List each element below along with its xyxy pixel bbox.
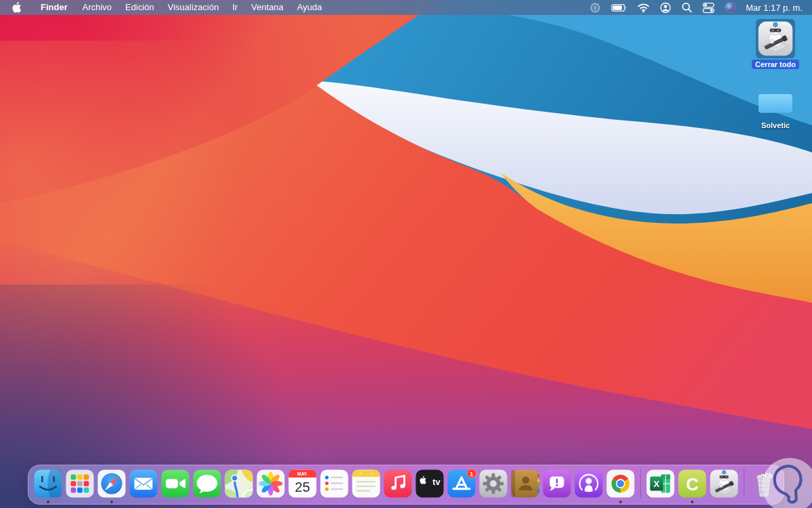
menu-finder[interactable]: Finder bbox=[34, 0, 76, 15]
dock-photos[interactable] bbox=[256, 469, 286, 499]
battery-icon[interactable] bbox=[611, 2, 627, 14]
dock-camtasia[interactable]: C bbox=[677, 469, 707, 499]
dock: MAY. 25 bbox=[28, 465, 784, 505]
app-store-badge: 1 bbox=[470, 471, 473, 478]
menu-ir[interactable]: Ir bbox=[225, 0, 244, 15]
dock-apple-tv[interactable]: tv bbox=[415, 469, 445, 499]
control-center-icon[interactable] bbox=[702, 2, 715, 14]
menu-visualizacion[interactable]: Visualización bbox=[161, 0, 226, 15]
camtasia-letter: C bbox=[686, 475, 699, 494]
big-sur-wallpaper bbox=[0, 0, 812, 508]
dock-chrome[interactable] bbox=[606, 469, 635, 499]
apple-menu-icon[interactable] bbox=[12, 2, 22, 13]
desktop-icon-cerrar-todo[interactable]: Cerrar todo bbox=[750, 19, 801, 69]
dock-launchpad[interactable] bbox=[65, 469, 95, 499]
running-indicator bbox=[110, 501, 113, 503]
running-indicator bbox=[691, 501, 694, 503]
dock-music[interactable] bbox=[383, 469, 413, 499]
automator-app-icon bbox=[756, 19, 795, 58]
desktop-icon-label: Solvetic bbox=[758, 121, 793, 130]
dock-excel[interactable]: X bbox=[646, 469, 675, 499]
dock-maps[interactable] bbox=[224, 469, 254, 499]
excel-letter: X bbox=[654, 479, 660, 489]
menu-archivo[interactable]: Archivo bbox=[76, 0, 118, 15]
desktop-icon-solvetic[interactable]: Solvetic bbox=[750, 80, 801, 130]
dock-podcasts[interactable] bbox=[574, 469, 604, 499]
dock-separator bbox=[744, 469, 744, 499]
dock-finder[interactable] bbox=[33, 469, 63, 499]
dock-automator[interactable] bbox=[709, 469, 739, 499]
wifi-icon[interactable] bbox=[637, 3, 650, 13]
dock-mail[interactable] bbox=[129, 469, 158, 499]
menu-ventana[interactable]: Ventana bbox=[244, 0, 290, 15]
dock-facetime[interactable] bbox=[160, 469, 190, 499]
dock-separator bbox=[640, 469, 641, 499]
siri-app-icon[interactable] bbox=[725, 2, 736, 13]
dock-calendar[interactable]: MAY. 25 bbox=[288, 469, 317, 499]
calendar-month: MAY. bbox=[297, 471, 308, 476]
menu-edicion[interactable]: Edición bbox=[118, 0, 161, 15]
desktop-icon-label: Cerrar todo bbox=[752, 60, 799, 69]
dock-system-preferences[interactable] bbox=[478, 469, 508, 499]
dock-contacts[interactable] bbox=[510, 469, 540, 499]
dock-messages[interactable] bbox=[192, 469, 222, 499]
menubar-clock[interactable]: Mar 1:17 p. m. bbox=[746, 3, 803, 13]
dock-notes[interactable] bbox=[351, 469, 381, 499]
dock-feedback-assistant[interactable] bbox=[542, 469, 572, 499]
tv-label: tv bbox=[432, 477, 441, 487]
calendar-day: 25 bbox=[295, 480, 310, 494]
dock-reminders[interactable] bbox=[319, 469, 349, 499]
dimmed-status-icon[interactable] bbox=[589, 2, 601, 14]
solvetic-bulb-logo bbox=[762, 458, 812, 508]
spotlight-search-icon[interactable] bbox=[681, 2, 692, 13]
user-account-icon[interactable] bbox=[660, 2, 671, 14]
blue-folder-icon bbox=[756, 80, 795, 119]
menu-ayuda[interactable]: Ayuda bbox=[290, 0, 329, 15]
running-indicator bbox=[47, 501, 49, 503]
dock-app-store[interactable]: 1 bbox=[447, 469, 476, 499]
dock-safari[interactable] bbox=[97, 469, 127, 499]
running-indicator bbox=[619, 501, 622, 503]
menu-bar: Finder Archivo Edición Visualización Ir … bbox=[0, 0, 812, 15]
